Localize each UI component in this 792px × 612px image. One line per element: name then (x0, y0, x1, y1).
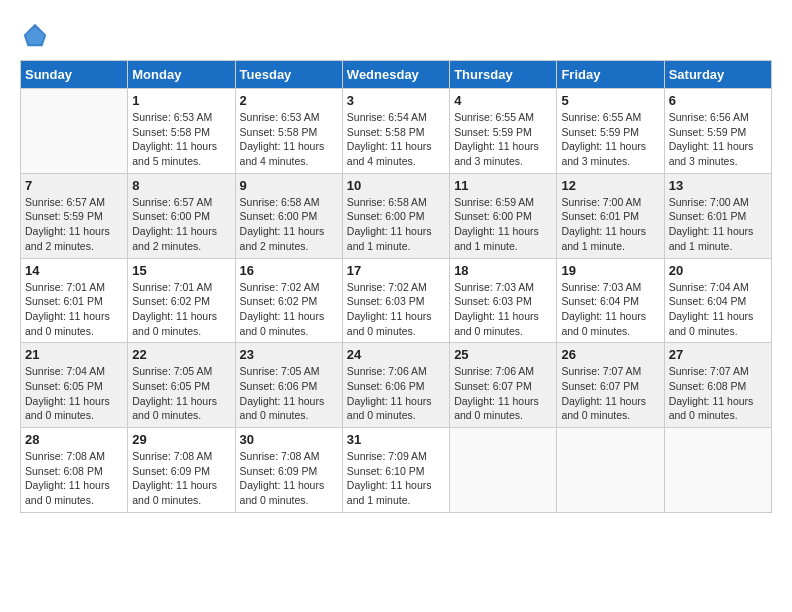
calendar-cell: 28Sunrise: 7:08 AMSunset: 6:08 PMDayligh… (21, 428, 128, 513)
calendar-cell: 26Sunrise: 7:07 AMSunset: 6:07 PMDayligh… (557, 343, 664, 428)
day-info: Sunrise: 7:04 AMSunset: 6:05 PMDaylight:… (25, 364, 123, 423)
day-number: 11 (454, 178, 552, 193)
calendar-cell: 25Sunrise: 7:06 AMSunset: 6:07 PMDayligh… (450, 343, 557, 428)
day-of-week-header: Sunday (21, 61, 128, 89)
page-header (20, 20, 772, 50)
day-number: 24 (347, 347, 445, 362)
day-number: 18 (454, 263, 552, 278)
calendar-week-row: 14Sunrise: 7:01 AMSunset: 6:01 PMDayligh… (21, 258, 772, 343)
calendar-cell: 15Sunrise: 7:01 AMSunset: 6:02 PMDayligh… (128, 258, 235, 343)
calendar-cell: 1Sunrise: 6:53 AMSunset: 5:58 PMDaylight… (128, 89, 235, 174)
calendar-cell: 22Sunrise: 7:05 AMSunset: 6:05 PMDayligh… (128, 343, 235, 428)
day-info: Sunrise: 6:58 AMSunset: 6:00 PMDaylight:… (240, 195, 338, 254)
day-number: 3 (347, 93, 445, 108)
calendar-cell: 21Sunrise: 7:04 AMSunset: 6:05 PMDayligh… (21, 343, 128, 428)
day-of-week-header: Monday (128, 61, 235, 89)
day-number: 29 (132, 432, 230, 447)
day-number: 27 (669, 347, 767, 362)
day-number: 25 (454, 347, 552, 362)
day-info: Sunrise: 7:09 AMSunset: 6:10 PMDaylight:… (347, 449, 445, 508)
day-info: Sunrise: 7:04 AMSunset: 6:04 PMDaylight:… (669, 280, 767, 339)
day-info: Sunrise: 7:07 AMSunset: 6:08 PMDaylight:… (669, 364, 767, 423)
calendar-cell: 16Sunrise: 7:02 AMSunset: 6:02 PMDayligh… (235, 258, 342, 343)
day-number: 22 (132, 347, 230, 362)
day-number: 15 (132, 263, 230, 278)
day-number: 13 (669, 178, 767, 193)
day-info: Sunrise: 7:08 AMSunset: 6:08 PMDaylight:… (25, 449, 123, 508)
calendar-week-row: 21Sunrise: 7:04 AMSunset: 6:05 PMDayligh… (21, 343, 772, 428)
day-number: 26 (561, 347, 659, 362)
day-info: Sunrise: 7:07 AMSunset: 6:07 PMDaylight:… (561, 364, 659, 423)
day-number: 10 (347, 178, 445, 193)
day-number: 8 (132, 178, 230, 193)
day-info: Sunrise: 7:08 AMSunset: 6:09 PMDaylight:… (240, 449, 338, 508)
calendar-cell: 6Sunrise: 6:56 AMSunset: 5:59 PMDaylight… (664, 89, 771, 174)
calendar-week-row: 28Sunrise: 7:08 AMSunset: 6:08 PMDayligh… (21, 428, 772, 513)
day-info: Sunrise: 7:05 AMSunset: 6:06 PMDaylight:… (240, 364, 338, 423)
day-info: Sunrise: 6:53 AMSunset: 5:58 PMDaylight:… (240, 110, 338, 169)
day-info: Sunrise: 7:01 AMSunset: 6:01 PMDaylight:… (25, 280, 123, 339)
day-number: 30 (240, 432, 338, 447)
day-info: Sunrise: 7:05 AMSunset: 6:05 PMDaylight:… (132, 364, 230, 423)
calendar-cell: 4Sunrise: 6:55 AMSunset: 5:59 PMDaylight… (450, 89, 557, 174)
day-number: 5 (561, 93, 659, 108)
day-info: Sunrise: 6:55 AMSunset: 5:59 PMDaylight:… (561, 110, 659, 169)
calendar-cell: 5Sunrise: 6:55 AMSunset: 5:59 PMDaylight… (557, 89, 664, 174)
calendar-cell: 13Sunrise: 7:00 AMSunset: 6:01 PMDayligh… (664, 173, 771, 258)
day-info: Sunrise: 6:58 AMSunset: 6:00 PMDaylight:… (347, 195, 445, 254)
calendar-cell (450, 428, 557, 513)
day-info: Sunrise: 7:06 AMSunset: 6:06 PMDaylight:… (347, 364, 445, 423)
day-info: Sunrise: 6:59 AMSunset: 6:00 PMDaylight:… (454, 195, 552, 254)
day-number: 20 (669, 263, 767, 278)
day-number: 19 (561, 263, 659, 278)
day-info: Sunrise: 7:02 AMSunset: 6:02 PMDaylight:… (240, 280, 338, 339)
day-info: Sunrise: 6:55 AMSunset: 5:59 PMDaylight:… (454, 110, 552, 169)
day-number: 14 (25, 263, 123, 278)
calendar-cell: 3Sunrise: 6:54 AMSunset: 5:58 PMDaylight… (342, 89, 449, 174)
calendar-cell (557, 428, 664, 513)
day-number: 9 (240, 178, 338, 193)
day-number: 1 (132, 93, 230, 108)
calendar-cell: 12Sunrise: 7:00 AMSunset: 6:01 PMDayligh… (557, 173, 664, 258)
calendar-cell: 24Sunrise: 7:06 AMSunset: 6:06 PMDayligh… (342, 343, 449, 428)
calendar-cell: 29Sunrise: 7:08 AMSunset: 6:09 PMDayligh… (128, 428, 235, 513)
day-info: Sunrise: 7:00 AMSunset: 6:01 PMDaylight:… (669, 195, 767, 254)
day-info: Sunrise: 7:02 AMSunset: 6:03 PMDaylight:… (347, 280, 445, 339)
calendar-cell: 9Sunrise: 6:58 AMSunset: 6:00 PMDaylight… (235, 173, 342, 258)
day-number: 16 (240, 263, 338, 278)
calendar-week-row: 1Sunrise: 6:53 AMSunset: 5:58 PMDaylight… (21, 89, 772, 174)
calendar-cell: 2Sunrise: 6:53 AMSunset: 5:58 PMDaylight… (235, 89, 342, 174)
day-number: 23 (240, 347, 338, 362)
day-number: 28 (25, 432, 123, 447)
day-info: Sunrise: 7:03 AMSunset: 6:03 PMDaylight:… (454, 280, 552, 339)
day-info: Sunrise: 7:06 AMSunset: 6:07 PMDaylight:… (454, 364, 552, 423)
day-info: Sunrise: 7:03 AMSunset: 6:04 PMDaylight:… (561, 280, 659, 339)
calendar-cell: 27Sunrise: 7:07 AMSunset: 6:08 PMDayligh… (664, 343, 771, 428)
day-info: Sunrise: 6:57 AMSunset: 6:00 PMDaylight:… (132, 195, 230, 254)
day-info: Sunrise: 7:08 AMSunset: 6:09 PMDaylight:… (132, 449, 230, 508)
day-info: Sunrise: 7:00 AMSunset: 6:01 PMDaylight:… (561, 195, 659, 254)
calendar-cell (664, 428, 771, 513)
calendar-cell: 30Sunrise: 7:08 AMSunset: 6:09 PMDayligh… (235, 428, 342, 513)
day-number: 12 (561, 178, 659, 193)
day-info: Sunrise: 6:57 AMSunset: 5:59 PMDaylight:… (25, 195, 123, 254)
day-of-week-header: Thursday (450, 61, 557, 89)
day-of-week-header: Wednesday (342, 61, 449, 89)
calendar-cell (21, 89, 128, 174)
day-of-week-header: Friday (557, 61, 664, 89)
calendar-table: SundayMondayTuesdayWednesdayThursdayFrid… (20, 60, 772, 513)
calendar-header-row: SundayMondayTuesdayWednesdayThursdayFrid… (21, 61, 772, 89)
day-number: 6 (669, 93, 767, 108)
calendar-week-row: 7Sunrise: 6:57 AMSunset: 5:59 PMDaylight… (21, 173, 772, 258)
logo-icon (20, 20, 50, 50)
day-of-week-header: Saturday (664, 61, 771, 89)
calendar-cell: 7Sunrise: 6:57 AMSunset: 5:59 PMDaylight… (21, 173, 128, 258)
day-info: Sunrise: 6:56 AMSunset: 5:59 PMDaylight:… (669, 110, 767, 169)
calendar-cell: 19Sunrise: 7:03 AMSunset: 6:04 PMDayligh… (557, 258, 664, 343)
calendar-cell: 18Sunrise: 7:03 AMSunset: 6:03 PMDayligh… (450, 258, 557, 343)
calendar-cell: 10Sunrise: 6:58 AMSunset: 6:00 PMDayligh… (342, 173, 449, 258)
calendar-cell: 20Sunrise: 7:04 AMSunset: 6:04 PMDayligh… (664, 258, 771, 343)
day-number: 7 (25, 178, 123, 193)
calendar-cell: 11Sunrise: 6:59 AMSunset: 6:00 PMDayligh… (450, 173, 557, 258)
day-number: 31 (347, 432, 445, 447)
